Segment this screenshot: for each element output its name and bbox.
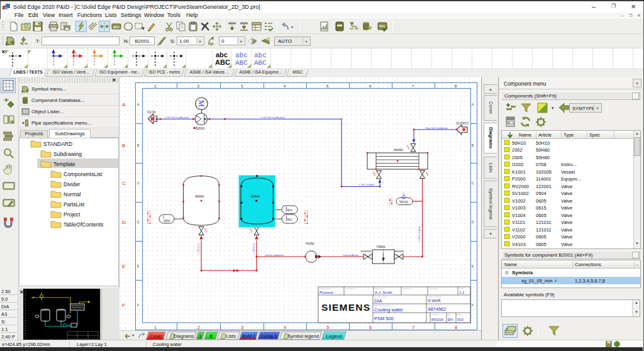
svg-text:Subdrawing: Subdrawing [53,151,82,157]
svg-text:V1002: V1002 [512,198,526,204]
svg-text:E: E [137,265,139,268]
svg-text:0504: 0504 [536,191,547,196]
svg-text:A: A [137,103,139,106]
svg-text:O2 IN: O2 IN [147,110,155,114]
svg-text:V1003: V1003 [512,205,526,211]
svg-text:F2601: F2601 [377,245,386,248]
svg-text:7: 7 [412,325,414,330]
svg-text:50H10: 50H10 [512,140,526,146]
svg-text:V2000: V2000 [512,234,526,240]
svg-text:I1002: I1002 [512,162,524,167]
svg-text:121011: 121011 [536,227,551,233]
svg-text:0605: 0605 [536,213,547,218]
svg-text:BV2010: BV2010 [361,250,371,253]
svg-text:A: A [472,103,474,106]
svg-text:2: 2 [197,325,200,330]
svg-text:Instru...: Instru... [561,162,577,167]
svg-text:abc: abc [379,24,386,28]
svg-text:ABC: ABC [235,59,248,67]
svg-text:0605: 0605 [536,198,547,204]
svg-text:M: M [197,100,206,107]
svg-text:L 100 Cool Aust: L 100 Cool Aust [418,226,421,242]
svg-text:PartsList: PartsList [64,201,85,208]
svg-text:Valve: Valve [561,205,572,211]
svg-text:99: 99 [508,122,511,125]
svg-text:abc: abc [254,52,267,59]
svg-text:V1004: V1004 [512,213,526,218]
svg-text:F: F [472,304,474,307]
svg-text:5/10: 5/10 [457,318,464,321]
svg-text:V4103: V4103 [512,242,526,247]
svg-text:0615: 0615 [536,205,547,211]
svg-text:1: 1 [154,325,157,330]
svg-text:2002: 2002 [512,147,523,153]
svg-text:B: B [137,144,139,147]
svg-text:2005: 2005 [512,155,523,160]
svg-text:ABC: ABC [215,58,230,66]
svg-text:Project: Project [64,211,80,218]
svg-text:L 100 Cool Aus: L 100 Cool Aus [359,184,374,186]
svg-text:OUTPUT: OUTPUT [456,121,469,125]
svg-text:Valve: Valve [561,213,572,218]
svg-text:121011: 121011 [536,220,551,225]
svg-text:L 100 Cool: L 100 Cool [197,243,200,254]
svg-text:abc: abc [216,51,228,58]
svg-text:BV2011: BV2011 [394,250,404,253]
svg-text:B2001: B2001 [251,195,260,198]
svg-text:L 100 Cool: L 100 Cool [253,243,255,254]
svg-text:3: 3 [241,325,243,330]
svg-text:8/6/2018: 8/6/2018 [431,318,443,321]
svg-text:Valve: Valve [561,184,572,189]
svg-text:50H10: 50H10 [536,140,550,146]
svg-text:1:1: 1:1 [459,291,465,294]
svg-text:5: 5 [326,325,329,330]
svg-text:PSM 500: PSM 500 [374,316,394,321]
svg-text:RV2000: RV2000 [512,184,529,189]
svg-text:V1102: V1102 [512,227,525,233]
svg-text:L 100 100 Cool Austenit: L 100 100 Cool Austenit [261,116,285,119]
svg-text:SV1002: SV1002 [512,191,529,196]
svg-text:SIEMENS: SIEMENS [321,302,370,313]
svg-text:F: F [122,303,125,308]
svg-text:B: B [122,143,125,148]
svg-text:102005: 102005 [536,169,552,175]
svg-text:B2003: B2003 [196,127,204,130]
svg-text:F2002: F2002 [306,242,314,245]
svg-text:0605: 0605 [536,242,547,247]
svg-text:0708: 0708 [536,162,547,167]
svg-text:DIA: DIA [374,298,382,304]
svg-text:Vessel: Vessel [561,169,575,175]
svg-text:P2000: P2000 [512,176,526,182]
svg-text:Valve: Valve [561,234,572,240]
svg-text:V1101: V1101 [512,220,525,225]
svg-text:E: E [122,264,125,269]
svg-text:Normal: Normal [64,191,81,198]
svg-text:50H80: 50H80 [536,147,550,153]
svg-text:in work: in work [428,298,441,303]
svg-text:E: E [472,265,474,268]
svg-text:Valve: Valve [561,242,572,247]
svg-text:B2002: B2002 [196,195,204,198]
svg-text:Valve: Valve [561,198,572,204]
svg-text:ComponentsList: ComponentsList [64,171,103,177]
svg-text:2902: 2902 [286,218,292,221]
svg-text:C: C [122,181,126,186]
svg-text:Template: Template [53,161,75,167]
svg-text:W2001: W2001 [394,148,404,152]
svg-text:Divider: Divider [64,181,80,187]
svg-text:Cool nat Austen: Cool nat Austen [343,254,358,257]
svg-text:8: 8 [455,325,457,330]
svg-text:EN: EN [448,318,453,321]
svg-text:Heat 100 Cool Austen: Heat 100 Cool Austen [426,127,448,130]
svg-text:9874562: 9874562 [428,306,446,312]
svg-text:50H80: 50H80 [536,155,550,160]
svg-text:abc: abc [235,52,248,59]
svg-text:2906: 2906 [164,220,170,223]
svg-text:Equipm...: Equipm... [561,176,581,182]
svg-text:L 100 100 Cool Austenit: L 100 100 Cool Austenit [165,116,189,119]
svg-text:6: 6 [369,325,372,330]
svg-text:4: 4 [284,325,286,330]
svg-text:A: A [122,102,126,108]
svg-text:F: F [137,304,139,307]
svg-text:Valve: Valve [561,220,572,225]
